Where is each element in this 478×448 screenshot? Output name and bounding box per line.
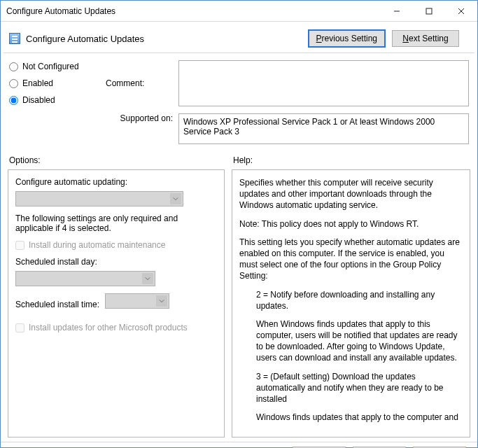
install-during-maintenance-checkbox[interactable]: Install during automatic maintenance xyxy=(15,240,217,250)
chevron-down-icon xyxy=(170,193,181,204)
configure-updating-label: Configure automatic updating: xyxy=(15,177,217,187)
install-during-maintenance-label: Install during automatic maintenance xyxy=(29,240,165,250)
supported-on-text: Windows XP Professional Service Pack 1 o… xyxy=(178,113,469,144)
supported-on-value: Windows XP Professional Service Pack 1 o… xyxy=(183,117,435,136)
supported-label: Supported on: xyxy=(106,113,173,123)
close-button[interactable] xyxy=(445,1,477,21)
previous-setting-button[interactable]: Previous Setting xyxy=(309,30,385,47)
chevron-down-icon xyxy=(142,273,153,284)
scheduled-day-dropdown[interactable] xyxy=(15,271,155,286)
scheduled-time-label: Scheduled install time: xyxy=(15,300,99,309)
next-setting-button[interactable]: Next Setting xyxy=(392,30,459,47)
help-header: Help: xyxy=(232,153,470,169)
install-during-maintenance-input[interactable] xyxy=(15,241,24,250)
options-panel: Configure automatic updating: The follow… xyxy=(8,169,225,438)
radio-enabled-label: Enabled xyxy=(22,78,53,88)
nav-buttons: Previous Setting Next Setting xyxy=(309,30,469,47)
window-title: Configure Automatic Updates xyxy=(6,6,381,16)
install-other-products-input[interactable] xyxy=(15,323,24,332)
radio-not-configured-input[interactable] xyxy=(9,62,18,71)
scheduled-day-label: Scheduled install day: xyxy=(15,257,217,267)
options-header: Options: xyxy=(8,153,225,169)
chevron-down-icon xyxy=(156,295,167,307)
body-columns: Options: Configure automatic updating: T… xyxy=(1,148,477,439)
help-p7: Windows finds updates that apply to the … xyxy=(239,412,463,423)
help-p3: This setting lets you specify whether au… xyxy=(239,237,463,282)
radio-enabled-input[interactable] xyxy=(9,79,18,88)
help-p2: Note: This policy does not apply to Wind… xyxy=(239,218,463,230)
minimize-button[interactable] xyxy=(381,1,413,21)
help-p4: 2 = Notify before downloading and instal… xyxy=(239,289,463,312)
help-p6: 3 = (Default setting) Download the updat… xyxy=(239,371,463,405)
gpo-dialog-window: Configure Automatic Updates Configure Au… xyxy=(0,0,478,448)
titlebar: Configure Automatic Updates xyxy=(1,1,477,22)
header-row: Configure Automatic Updates Previous Set… xyxy=(1,22,477,52)
policy-title: Configure Automatic Updates xyxy=(26,34,309,44)
help-panel[interactable]: Specifies whether this computer will rec… xyxy=(232,169,470,438)
radio-enabled[interactable]: Enabled xyxy=(9,78,93,88)
config-row: Not Configured Enabled Disabled Comment:… xyxy=(1,53,477,148)
maximize-button[interactable] xyxy=(413,1,445,21)
configure-updating-dropdown[interactable] xyxy=(15,191,183,206)
radio-not-configured[interactable]: Not Configured xyxy=(9,62,93,71)
comment-label: Comment: xyxy=(106,78,173,88)
install-other-products-checkbox[interactable]: Install updates for other Microsoft prod… xyxy=(15,323,217,332)
state-radio-group: Not Configured Enabled Disabled xyxy=(9,60,93,144)
help-p1: Specifies whether this computer will rec… xyxy=(239,177,463,211)
comment-row: Comment: xyxy=(106,60,469,106)
help-column: Help: Specifies whether this computer wi… xyxy=(232,153,470,438)
next-setting-text: ext Setting xyxy=(409,34,449,43)
dialog-footer: OK Cancel Apply xyxy=(1,442,477,448)
install-other-products-label: Install updates for other Microsoft prod… xyxy=(29,323,188,332)
previous-setting-accel: P xyxy=(316,34,322,43)
next-setting-accel: N xyxy=(402,34,409,43)
radio-not-configured-label: Not Configured xyxy=(22,62,79,71)
scheduled-time-row: Scheduled install time: xyxy=(15,293,217,316)
supported-row: Supported on: Windows XP Professional Se… xyxy=(106,113,469,144)
meta-column: Comment: Supported on: Windows XP Profes… xyxy=(106,60,469,144)
radio-disabled[interactable]: Disabled xyxy=(9,95,93,105)
scheduled-time-dropdown[interactable] xyxy=(105,293,169,309)
radio-disabled-input[interactable] xyxy=(9,96,18,105)
options-note: The following settings are only required… xyxy=(15,214,217,233)
previous-setting-text: revious Setting xyxy=(322,34,377,43)
options-column: Options: Configure automatic updating: T… xyxy=(8,153,225,438)
help-p5: When Windows finds updates that apply to… xyxy=(239,318,463,364)
radio-disabled-label: Disabled xyxy=(22,95,55,105)
window-controls xyxy=(381,1,477,21)
policy-icon xyxy=(9,33,20,44)
svg-rect-1 xyxy=(426,8,432,14)
comment-textarea[interactable] xyxy=(178,60,469,106)
